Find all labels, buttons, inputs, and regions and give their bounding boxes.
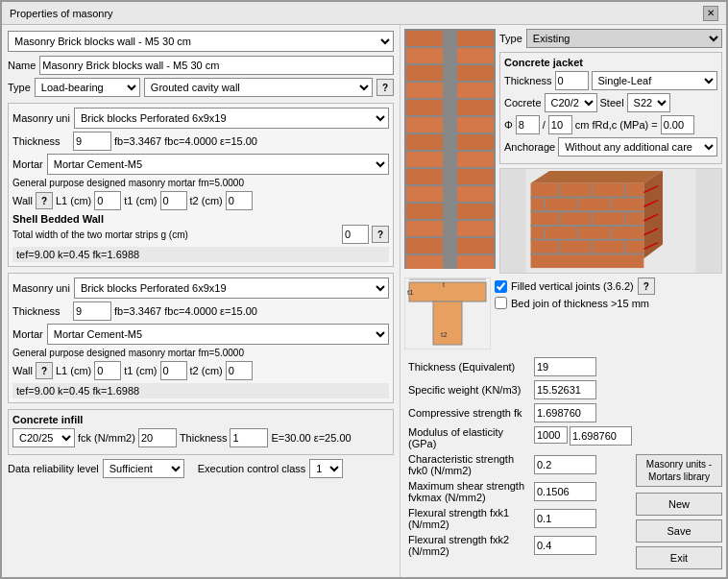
right-type-select[interactable]: Existing (526, 29, 722, 48)
mu1-t2-label: t2 (cm) (190, 195, 223, 206)
svg-rect-24 (457, 186, 494, 202)
filled-vertical-help[interactable]: ? (638, 277, 655, 295)
masonry-unit-1-header: Masonry uni Brick blocks Perforated 6x9x… (12, 108, 389, 129)
data-reliability-select[interactable]: Sufficient (103, 459, 184, 478)
svg-rect-10 (406, 186, 443, 202)
svg-rect-27 (457, 238, 494, 253)
mu1-total-width-input[interactable] (342, 225, 369, 244)
cj-phi2-input[interactable] (548, 115, 572, 134)
mu2-thickness-input[interactable] (73, 302, 111, 321)
right-panel: Type Existing Concrete jacket Thickness … (400, 25, 726, 577)
mu1-thickness-input[interactable] (73, 132, 111, 151)
mu1-wall-help[interactable]: ? (36, 192, 53, 209)
bed-join-label: Bed join of thickness >15 mm (511, 298, 649, 309)
bed-join-checkbox[interactable] (495, 297, 507, 309)
close-button[interactable]: ✕ (703, 6, 718, 21)
new-button[interactable]: New (636, 493, 722, 516)
execution-class-select[interactable]: 1 (309, 459, 343, 478)
mu1-total-width-label: Total width of the two mortar strips g (… (12, 229, 339, 240)
svg-text:t: t (443, 281, 445, 288)
svg-rect-16 (457, 48, 494, 63)
cj-concrete-steel-row: Cocrete C20/25 Steel S220 (504, 93, 717, 112)
prop-fvkmax-label: Maximum shear strength fvkmax (N/mm2) (404, 478, 530, 505)
prop-specific-weight-input[interactable] (534, 380, 596, 399)
masonry-unit-1-select[interactable]: Brick blocks Perforated 6x9x19 (74, 108, 389, 129)
ci-thickness-input[interactable] (230, 428, 268, 447)
svg-marker-51 (531, 171, 663, 183)
right-buttons-section: Masonry units - Mortars library New Save… (636, 355, 722, 573)
masonry-unit-2-select[interactable]: Brick blocks Perforated 6x9x19 (74, 277, 389, 299)
mu2-tef: tef=9.00 k=0.45 fk=1.6988 (12, 383, 389, 398)
mu1-thickness-row: Thickness fb=3.3467 fbc=4.0000 ε=15.00 (12, 132, 389, 151)
mu1-mortar-header: Mortar Mortar Cement-M5 (12, 154, 389, 175)
type-select[interactable]: Load-bearing (35, 78, 140, 97)
cj-thickness-label: Thickness (504, 75, 552, 86)
prop-modulus-input[interactable] (570, 426, 632, 446)
svg-rect-20 (457, 117, 494, 133)
data-reliability-row: Data reliability level Sufficient Execut… (8, 459, 394, 478)
cj-thickness-input[interactable] (555, 71, 589, 90)
masonry-unit-2-group: Masonry uni Brick blocks Perforated 6x9x… (8, 273, 394, 403)
prop-compressive-label: Compressive strength fk (404, 401, 530, 424)
wall-type-dropdown[interactable]: Masonry Brick blocks wall - M5 30 cm (8, 31, 394, 52)
masonry-unit-2-header: Masonry uni Brick blocks Perforated 6x9x… (12, 277, 389, 299)
mu1-mortar-select[interactable]: Mortar Cement-M5 (47, 154, 389, 175)
cj-anchorage-select[interactable]: Without any additional care (558, 137, 717, 157)
prop-thickness-equiv-input[interactable] (534, 357, 596, 376)
mu1-t1-input[interactable] (160, 191, 187, 210)
mu2-t1-input[interactable] (160, 361, 187, 380)
mu2-wall-label: Wall (12, 365, 33, 376)
cj-steel-select[interactable]: S220 (627, 93, 670, 112)
masonry-mortars-library-button[interactable]: Masonry units - Mortars library (636, 454, 722, 487)
cj-title: Concrete jacket (504, 57, 717, 68)
properties-table-container: Thickness (Equivalent) Specific weight (… (404, 355, 636, 573)
prop-compressive-input[interactable] (534, 403, 596, 422)
prop-fxk1-input[interactable] (534, 509, 596, 528)
mu1-total-width-help[interactable]: ? (372, 226, 389, 243)
prop-fvk0-input[interactable] (534, 455, 596, 474)
masonry-unit-1-label: Masonry uni (12, 112, 70, 124)
cj-single-leaf-select[interactable]: Single-Leaf (592, 71, 717, 90)
cj-cm-label: cm (575, 119, 590, 131)
mu2-t2-input[interactable] (226, 361, 253, 380)
svg-rect-12 (406, 221, 443, 236)
ci-type-select[interactable]: C20/25 (12, 428, 75, 447)
mu1-l1-input[interactable] (94, 191, 121, 210)
svg-rect-9 (406, 169, 443, 184)
prop-fvk0-label: Characteristic strength fvk0 (N/mm2) (404, 451, 530, 478)
mu1-t2-input[interactable] (226, 191, 253, 210)
exit-button[interactable]: Exit (636, 546, 722, 569)
cj-phi-input[interactable] (516, 115, 540, 134)
mu2-l1-input[interactable] (94, 361, 121, 380)
grouted-select[interactable]: Grouted cavity wall (144, 78, 373, 97)
table-row: Flexural strength fxk1 (N/mm2) (404, 505, 636, 532)
save-button[interactable]: Save (636, 519, 722, 543)
mu2-thickness-row: Thickness fb=3.3467 fbc=4.0000 ε=15.00 (12, 302, 389, 321)
dialog-title: Properties of masonry (10, 8, 113, 19)
svg-rect-59 (409, 282, 486, 302)
table-row: Modulus of elasticity (GPa) (404, 424, 636, 451)
filled-vertical-checkbox[interactable] (495, 280, 507, 293)
name-label: Name (8, 60, 36, 71)
mu2-l1-label: L1 (cm) (56, 365, 91, 376)
bed-join-row: Bed join of thickness >15 mm (495, 297, 722, 309)
type-help-button[interactable]: ? (376, 79, 394, 96)
prop-modulus-editable-input[interactable] (534, 426, 568, 444)
cj-concrete-label: Cocrete (504, 97, 542, 109)
prop-fvkmax-input[interactable] (534, 482, 596, 501)
mu2-mortar-select[interactable]: Mortar Cement-M5 (47, 324, 389, 345)
ci-fck-input[interactable] (138, 428, 177, 447)
execution-control-row: Execution control class 1 (198, 459, 344, 478)
cj-concrete-select[interactable]: C20/25 (545, 93, 597, 112)
mu2-wall-help[interactable]: ? (36, 362, 53, 379)
wall-image-svg (404, 29, 496, 269)
concrete-infill-title: Concrete infill (12, 414, 389, 425)
name-row: Name (8, 56, 394, 75)
mu2-mortar-label: Mortar (12, 328, 43, 340)
cj-frd-input[interactable] (661, 115, 694, 134)
mu2-t1-label: t1 (cm) (124, 365, 157, 376)
svg-rect-26 (457, 221, 494, 236)
name-input[interactable] (39, 56, 394, 75)
prop-fxk2-input[interactable] (534, 536, 596, 555)
mu1-t1-label: t1 (cm) (124, 195, 157, 206)
